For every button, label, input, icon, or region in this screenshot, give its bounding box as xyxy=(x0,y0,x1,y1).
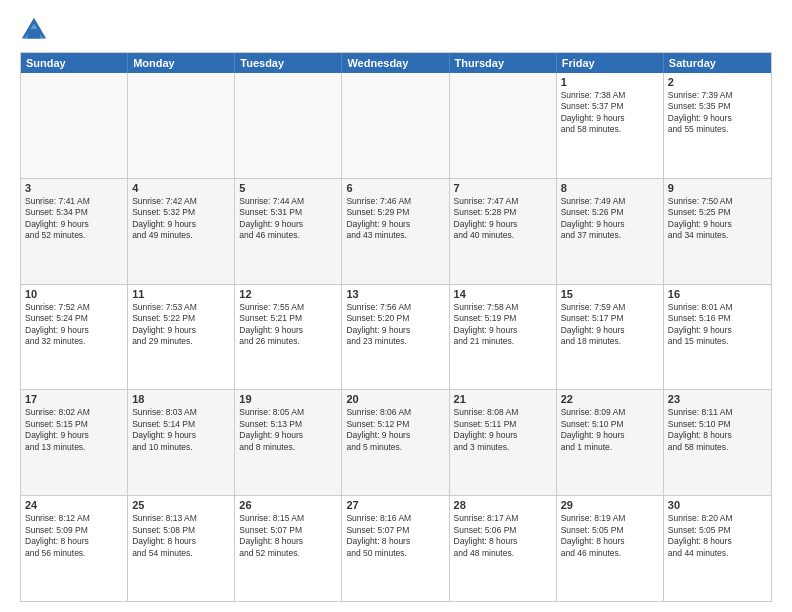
calendar-cell xyxy=(21,73,128,178)
calendar-cell: 12Sunrise: 7:55 AM Sunset: 5:21 PM Dayli… xyxy=(235,285,342,390)
calendar-header: SundayMondayTuesdayWednesdayThursdayFrid… xyxy=(21,53,771,73)
calendar-cell: 13Sunrise: 7:56 AM Sunset: 5:20 PM Dayli… xyxy=(342,285,449,390)
calendar-cell xyxy=(235,73,342,178)
calendar-cell: 1Sunrise: 7:38 AM Sunset: 5:37 PM Daylig… xyxy=(557,73,664,178)
calendar-cell: 29Sunrise: 8:19 AM Sunset: 5:05 PM Dayli… xyxy=(557,496,664,601)
day-number: 5 xyxy=(239,182,337,194)
calendar-cell: 14Sunrise: 7:58 AM Sunset: 5:19 PM Dayli… xyxy=(450,285,557,390)
calendar-cell xyxy=(450,73,557,178)
header-day-saturday: Saturday xyxy=(664,53,771,73)
day-number: 21 xyxy=(454,393,552,405)
day-info: Sunrise: 8:05 AM Sunset: 5:13 PM Dayligh… xyxy=(239,407,337,453)
logo-icon xyxy=(20,16,48,44)
calendar-cell: 25Sunrise: 8:13 AM Sunset: 5:08 PM Dayli… xyxy=(128,496,235,601)
day-info: Sunrise: 7:58 AM Sunset: 5:19 PM Dayligh… xyxy=(454,302,552,348)
day-number: 12 xyxy=(239,288,337,300)
day-number: 11 xyxy=(132,288,230,300)
header-day-wednesday: Wednesday xyxy=(342,53,449,73)
day-number: 24 xyxy=(25,499,123,511)
page: SundayMondayTuesdayWednesdayThursdayFrid… xyxy=(0,0,792,612)
calendar-cell: 16Sunrise: 8:01 AM Sunset: 5:16 PM Dayli… xyxy=(664,285,771,390)
day-info: Sunrise: 7:50 AM Sunset: 5:25 PM Dayligh… xyxy=(668,196,767,242)
calendar-cell: 15Sunrise: 7:59 AM Sunset: 5:17 PM Dayli… xyxy=(557,285,664,390)
day-info: Sunrise: 7:44 AM Sunset: 5:31 PM Dayligh… xyxy=(239,196,337,242)
calendar-cell: 27Sunrise: 8:16 AM Sunset: 5:07 PM Dayli… xyxy=(342,496,449,601)
calendar-cell: 18Sunrise: 8:03 AM Sunset: 5:14 PM Dayli… xyxy=(128,390,235,495)
calendar: SundayMondayTuesdayWednesdayThursdayFrid… xyxy=(20,52,772,602)
header-day-tuesday: Tuesday xyxy=(235,53,342,73)
day-info: Sunrise: 7:56 AM Sunset: 5:20 PM Dayligh… xyxy=(346,302,444,348)
day-info: Sunrise: 8:15 AM Sunset: 5:07 PM Dayligh… xyxy=(239,513,337,559)
day-number: 6 xyxy=(346,182,444,194)
calendar-cell: 21Sunrise: 8:08 AM Sunset: 5:11 PM Dayli… xyxy=(450,390,557,495)
day-number: 2 xyxy=(668,76,767,88)
day-number: 27 xyxy=(346,499,444,511)
header xyxy=(20,16,772,44)
day-number: 29 xyxy=(561,499,659,511)
logo xyxy=(20,16,50,44)
day-info: Sunrise: 8:19 AM Sunset: 5:05 PM Dayligh… xyxy=(561,513,659,559)
day-info: Sunrise: 8:08 AM Sunset: 5:11 PM Dayligh… xyxy=(454,407,552,453)
day-number: 19 xyxy=(239,393,337,405)
day-number: 10 xyxy=(25,288,123,300)
calendar-row-5: 24Sunrise: 8:12 AM Sunset: 5:09 PM Dayli… xyxy=(21,495,771,601)
calendar-cell: 30Sunrise: 8:20 AM Sunset: 5:05 PM Dayli… xyxy=(664,496,771,601)
calendar-cell: 9Sunrise: 7:50 AM Sunset: 5:25 PM Daylig… xyxy=(664,179,771,284)
calendar-cell: 23Sunrise: 8:11 AM Sunset: 5:10 PM Dayli… xyxy=(664,390,771,495)
day-info: Sunrise: 7:55 AM Sunset: 5:21 PM Dayligh… xyxy=(239,302,337,348)
calendar-cell: 24Sunrise: 8:12 AM Sunset: 5:09 PM Dayli… xyxy=(21,496,128,601)
calendar-cell: 28Sunrise: 8:17 AM Sunset: 5:06 PM Dayli… xyxy=(450,496,557,601)
calendar-cell: 5Sunrise: 7:44 AM Sunset: 5:31 PM Daylig… xyxy=(235,179,342,284)
day-number: 23 xyxy=(668,393,767,405)
calendar-cell: 22Sunrise: 8:09 AM Sunset: 5:10 PM Dayli… xyxy=(557,390,664,495)
day-number: 9 xyxy=(668,182,767,194)
calendar-cell: 10Sunrise: 7:52 AM Sunset: 5:24 PM Dayli… xyxy=(21,285,128,390)
day-info: Sunrise: 8:13 AM Sunset: 5:08 PM Dayligh… xyxy=(132,513,230,559)
day-number: 25 xyxy=(132,499,230,511)
day-number: 17 xyxy=(25,393,123,405)
calendar-body: 1Sunrise: 7:38 AM Sunset: 5:37 PM Daylig… xyxy=(21,73,771,601)
day-info: Sunrise: 7:49 AM Sunset: 5:26 PM Dayligh… xyxy=(561,196,659,242)
day-info: Sunrise: 8:09 AM Sunset: 5:10 PM Dayligh… xyxy=(561,407,659,453)
day-info: Sunrise: 8:20 AM Sunset: 5:05 PM Dayligh… xyxy=(668,513,767,559)
day-number: 22 xyxy=(561,393,659,405)
calendar-cell xyxy=(128,73,235,178)
day-info: Sunrise: 7:46 AM Sunset: 5:29 PM Dayligh… xyxy=(346,196,444,242)
calendar-cell: 8Sunrise: 7:49 AM Sunset: 5:26 PM Daylig… xyxy=(557,179,664,284)
header-day-monday: Monday xyxy=(128,53,235,73)
day-number: 28 xyxy=(454,499,552,511)
calendar-cell xyxy=(342,73,449,178)
day-info: Sunrise: 8:02 AM Sunset: 5:15 PM Dayligh… xyxy=(25,407,123,453)
day-info: Sunrise: 7:38 AM Sunset: 5:37 PM Dayligh… xyxy=(561,90,659,136)
calendar-row-3: 10Sunrise: 7:52 AM Sunset: 5:24 PM Dayli… xyxy=(21,284,771,390)
calendar-cell: 6Sunrise: 7:46 AM Sunset: 5:29 PM Daylig… xyxy=(342,179,449,284)
header-day-friday: Friday xyxy=(557,53,664,73)
day-number: 26 xyxy=(239,499,337,511)
day-info: Sunrise: 8:16 AM Sunset: 5:07 PM Dayligh… xyxy=(346,513,444,559)
day-number: 3 xyxy=(25,182,123,194)
day-number: 7 xyxy=(454,182,552,194)
calendar-cell: 7Sunrise: 7:47 AM Sunset: 5:28 PM Daylig… xyxy=(450,179,557,284)
calendar-row-4: 17Sunrise: 8:02 AM Sunset: 5:15 PM Dayli… xyxy=(21,389,771,495)
day-number: 4 xyxy=(132,182,230,194)
header-day-thursday: Thursday xyxy=(450,53,557,73)
calendar-cell: 4Sunrise: 7:42 AM Sunset: 5:32 PM Daylig… xyxy=(128,179,235,284)
day-info: Sunrise: 7:47 AM Sunset: 5:28 PM Dayligh… xyxy=(454,196,552,242)
calendar-cell: 19Sunrise: 8:05 AM Sunset: 5:13 PM Dayli… xyxy=(235,390,342,495)
calendar-row-1: 1Sunrise: 7:38 AM Sunset: 5:37 PM Daylig… xyxy=(21,73,771,178)
day-info: Sunrise: 8:17 AM Sunset: 5:06 PM Dayligh… xyxy=(454,513,552,559)
calendar-cell: 17Sunrise: 8:02 AM Sunset: 5:15 PM Dayli… xyxy=(21,390,128,495)
day-info: Sunrise: 8:11 AM Sunset: 5:10 PM Dayligh… xyxy=(668,407,767,453)
day-number: 15 xyxy=(561,288,659,300)
day-number: 18 xyxy=(132,393,230,405)
day-info: Sunrise: 8:06 AM Sunset: 5:12 PM Dayligh… xyxy=(346,407,444,453)
day-info: Sunrise: 8:12 AM Sunset: 5:09 PM Dayligh… xyxy=(25,513,123,559)
day-number: 20 xyxy=(346,393,444,405)
day-info: Sunrise: 7:53 AM Sunset: 5:22 PM Dayligh… xyxy=(132,302,230,348)
calendar-cell: 2Sunrise: 7:39 AM Sunset: 5:35 PM Daylig… xyxy=(664,73,771,178)
header-day-sunday: Sunday xyxy=(21,53,128,73)
day-info: Sunrise: 8:03 AM Sunset: 5:14 PM Dayligh… xyxy=(132,407,230,453)
svg-rect-2 xyxy=(27,29,40,38)
day-info: Sunrise: 8:01 AM Sunset: 5:16 PM Dayligh… xyxy=(668,302,767,348)
day-number: 14 xyxy=(454,288,552,300)
